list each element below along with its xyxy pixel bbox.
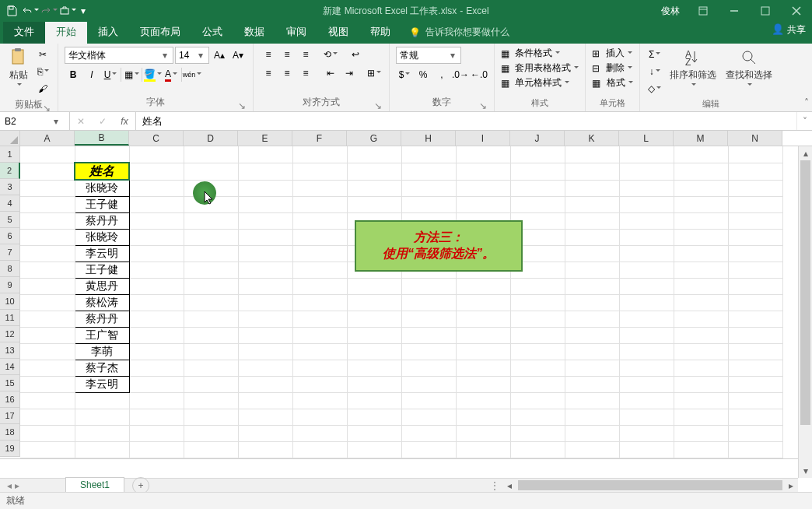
- cell[interactable]: [129, 360, 184, 376]
- cell[interactable]: [401, 425, 456, 441]
- cell[interactable]: [238, 163, 292, 180]
- select-all-button[interactable]: [0, 131, 20, 146]
- cell[interactable]: [129, 327, 184, 343]
- cell[interactable]: [401, 146, 456, 163]
- cell[interactable]: [20, 229, 75, 245]
- increase-indent-icon[interactable]: ⇥: [341, 65, 358, 81]
- cell[interactable]: [292, 163, 347, 180]
- cell[interactable]: [129, 229, 184, 245]
- cell[interactable]: [674, 212, 728, 229]
- cell[interactable]: [238, 425, 292, 441]
- column-header[interactable]: J: [510, 131, 565, 146]
- scroll-left-icon[interactable]: ◂: [502, 479, 516, 492]
- cell[interactable]: [456, 376, 510, 392]
- cell[interactable]: [565, 180, 619, 196]
- cell[interactable]: [20, 327, 75, 343]
- cell[interactable]: [401, 196, 456, 212]
- align-bottom-icon[interactable]: ≡: [297, 47, 314, 62]
- cell[interactable]: [347, 294, 401, 311]
- cell[interactable]: [129, 278, 184, 294]
- cell[interactable]: [619, 311, 674, 327]
- cell[interactable]: [619, 425, 674, 441]
- row-header[interactable]: 6: [0, 228, 20, 244]
- cell[interactable]: [292, 294, 347, 311]
- cell[interactable]: [184, 262, 238, 278]
- cell[interactable]: [184, 327, 238, 343]
- cell[interactable]: [129, 212, 184, 229]
- tab-formulas[interactable]: 公式: [191, 20, 233, 44]
- name-box-input[interactable]: [5, 116, 51, 127]
- cell[interactable]: [184, 278, 238, 294]
- briefcase-icon[interactable]: [59, 2, 76, 19]
- cell[interactable]: [456, 360, 510, 376]
- cell[interactable]: [510, 196, 565, 212]
- paste-button[interactable]: 粘贴: [6, 47, 31, 90]
- maximize-icon[interactable]: [750, 0, 781, 22]
- cell[interactable]: [728, 196, 782, 212]
- decrease-font-icon[interactable]: A▾: [229, 47, 247, 63]
- cell[interactable]: [401, 392, 456, 409]
- cell[interactable]: [75, 425, 129, 441]
- cell[interactable]: [129, 343, 184, 360]
- find-select-button[interactable]: 查找和选择: [723, 47, 775, 90]
- cell[interactable]: [20, 425, 75, 441]
- row-header[interactable]: 14: [0, 359, 20, 375]
- cell[interactable]: [565, 392, 619, 409]
- cell[interactable]: [292, 245, 347, 262]
- autosum-icon[interactable]: Σ: [646, 47, 663, 62]
- tab-review[interactable]: 审阅: [275, 20, 317, 44]
- font-color-icon[interactable]: A: [163, 67, 180, 82]
- cell[interactable]: [347, 376, 401, 392]
- cell[interactable]: 姓名: [75, 163, 129, 180]
- merge-icon[interactable]: ⊞: [366, 65, 383, 81]
- collapse-ribbon-icon[interactable]: ˄: [804, 97, 809, 108]
- formula-input-wrap[interactable]: [136, 112, 796, 130]
- cell[interactable]: [728, 441, 782, 458]
- tab-help[interactable]: 帮助: [359, 20, 401, 44]
- cell[interactable]: [238, 278, 292, 294]
- row-header[interactable]: 7: [0, 244, 20, 261]
- cell[interactable]: [619, 180, 674, 196]
- cell[interactable]: [565, 196, 619, 212]
- row-header[interactable]: 18: [0, 424, 20, 441]
- formula-input[interactable]: [142, 115, 790, 127]
- cell[interactable]: [674, 311, 728, 327]
- cell[interactable]: [619, 376, 674, 392]
- cell[interactable]: [20, 262, 75, 278]
- cell[interactable]: [129, 376, 184, 392]
- cell[interactable]: [456, 196, 510, 212]
- cell[interactable]: [238, 441, 292, 458]
- row-header[interactable]: 12: [0, 326, 20, 342]
- tab-data[interactable]: 数据: [233, 20, 275, 44]
- cell[interactable]: [401, 163, 456, 180]
- font-name-combo[interactable]: 华文楷体▾: [65, 47, 173, 64]
- cell[interactable]: [456, 392, 510, 409]
- cell[interactable]: [238, 180, 292, 196]
- cell[interactable]: [75, 409, 129, 425]
- cell[interactable]: 李云明: [75, 376, 129, 392]
- cell[interactable]: [619, 441, 674, 458]
- number-format-combo[interactable]: 常规▾: [396, 47, 461, 64]
- cancel-formula-icon[interactable]: ✕: [70, 116, 92, 127]
- cell[interactable]: [510, 360, 565, 376]
- expand-formula-bar-icon[interactable]: ˅: [796, 112, 812, 130]
- cell[interactable]: 蔡丹丹: [75, 212, 129, 229]
- cell[interactable]: [129, 425, 184, 441]
- row-header[interactable]: 15: [0, 375, 20, 391]
- cell[interactable]: [129, 180, 184, 196]
- cell[interactable]: [728, 425, 782, 441]
- cell[interactable]: [292, 409, 347, 425]
- name-box-dropdown-icon[interactable]: ▾: [51, 116, 61, 127]
- cell[interactable]: [565, 262, 619, 278]
- cell[interactable]: [347, 278, 401, 294]
- dialog-launcher-icon[interactable]: ↘: [42, 103, 51, 112]
- cell[interactable]: [292, 343, 347, 360]
- cell[interactable]: [238, 212, 292, 229]
- row-header[interactable]: 2: [0, 163, 20, 179]
- cell[interactable]: [347, 392, 401, 409]
- column-header[interactable]: E: [238, 131, 292, 146]
- cell[interactable]: [129, 163, 184, 180]
- column-header[interactable]: B: [75, 131, 129, 146]
- increase-font-icon[interactable]: A▴: [211, 47, 228, 63]
- cell[interactable]: [347, 146, 401, 163]
